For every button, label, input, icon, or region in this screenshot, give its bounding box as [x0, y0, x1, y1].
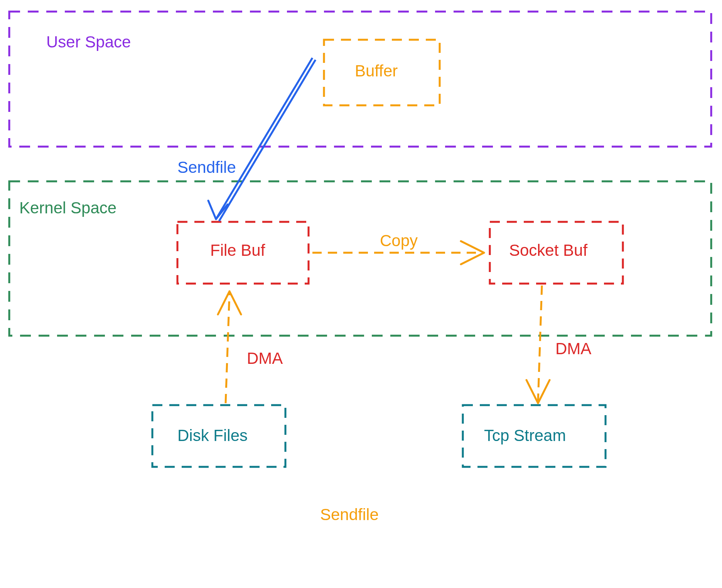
diagram-title: Sendfile [320, 505, 379, 524]
file-buf-label: File Buf [210, 241, 265, 260]
socket-buf-label: Socket Buf [509, 241, 587, 260]
sendfile-arrow [216, 58, 312, 219]
tcp-stream-label: Tcp Stream [484, 426, 566, 445]
dma-tcp-arrow [538, 286, 542, 401]
dma-disk-label: DMA [247, 349, 283, 368]
kernel-space-label: Kernel Space [19, 199, 116, 217]
copy-arrow-label: Copy [380, 231, 418, 250]
dma-tcp-label: DMA [555, 340, 591, 358]
svg-line-0 [219, 60, 315, 221]
disk-files-label: Disk Files [177, 426, 248, 445]
user-space-label: User Space [46, 33, 131, 51]
sendfile-arrow-label: Sendfile [177, 158, 236, 177]
dma-disk-arrow [226, 293, 229, 403]
sendfile-diagram [0, 0, 722, 588]
buffer-label: Buffer [355, 62, 398, 80]
